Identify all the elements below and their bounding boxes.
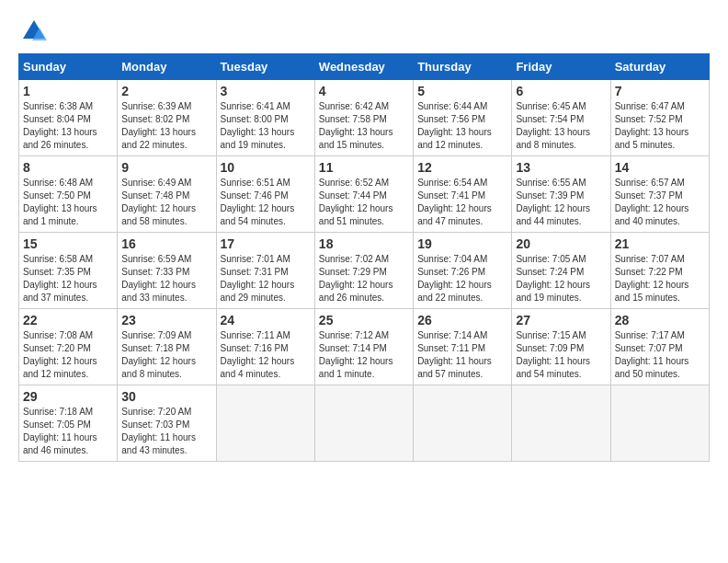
day-cell-22: 22Sunrise: 7:08 AMSunset: 7:20 PMDayligh… bbox=[19, 309, 118, 385]
day-cell-7: 7Sunrise: 6:47 AMSunset: 7:52 PMDaylight… bbox=[610, 80, 709, 156]
day-cell-29: 29Sunrise: 7:18 AMSunset: 7:05 PMDayligh… bbox=[19, 385, 118, 462]
day-number: 9 bbox=[121, 160, 211, 175]
day-number: 3 bbox=[221, 84, 311, 98]
day-number: 26 bbox=[417, 313, 507, 327]
day-info: Sunrise: 7:12 AMSunset: 7:14 PMDaylight:… bbox=[319, 329, 409, 381]
page-container: SundayMondayTuesdayWednesdayThursdayFrid… bbox=[0, 0, 728, 471]
header bbox=[18, 18, 710, 44]
day-number: 11 bbox=[319, 160, 409, 175]
day-number: 14 bbox=[615, 160, 705, 175]
day-number: 13 bbox=[516, 160, 606, 175]
week-row-4: 22Sunrise: 7:08 AMSunset: 7:20 PMDayligh… bbox=[19, 309, 710, 385]
day-number: 17 bbox=[221, 236, 311, 251]
day-info: Sunrise: 6:54 AMSunset: 7:41 PMDaylight:… bbox=[417, 177, 507, 228]
day-cell-21: 21Sunrise: 7:07 AMSunset: 7:22 PMDayligh… bbox=[610, 233, 709, 309]
day-info: Sunrise: 7:07 AMSunset: 7:22 PMDaylight:… bbox=[615, 253, 705, 304]
calendar-table: SundayMondayTuesdayWednesdayThursdayFrid… bbox=[18, 53, 710, 462]
day-cell-23: 23Sunrise: 7:09 AMSunset: 7:18 PMDayligh… bbox=[118, 309, 216, 385]
day-cell-24: 24Sunrise: 7:11 AMSunset: 7:16 PMDayligh… bbox=[216, 309, 314, 385]
week-row-2: 8Sunrise: 6:48 AMSunset: 7:50 PMDaylight… bbox=[19, 156, 710, 233]
day-info: Sunrise: 6:57 AMSunset: 7:37 PMDaylight:… bbox=[615, 177, 705, 228]
day-info: Sunrise: 7:11 AMSunset: 7:16 PMDaylight:… bbox=[221, 329, 311, 381]
day-number: 24 bbox=[221, 313, 311, 327]
day-number: 28 bbox=[615, 313, 705, 327]
day-cell-18: 18Sunrise: 7:02 AMSunset: 7:29 PMDayligh… bbox=[314, 233, 413, 309]
day-number: 16 bbox=[121, 236, 211, 251]
day-cell-27: 27Sunrise: 7:15 AMSunset: 7:09 PMDayligh… bbox=[512, 309, 610, 385]
day-cell-1: 1Sunrise: 6:38 AMSunset: 8:04 PMDaylight… bbox=[19, 80, 118, 156]
day-info: Sunrise: 7:14 AMSunset: 7:11 PMDaylight:… bbox=[417, 329, 507, 381]
day-cell-19: 19Sunrise: 7:04 AMSunset: 7:26 PMDayligh… bbox=[414, 233, 512, 309]
day-number: 5 bbox=[417, 84, 507, 98]
day-number: 8 bbox=[23, 160, 113, 175]
day-cell-14: 14Sunrise: 6:57 AMSunset: 7:37 PMDayligh… bbox=[610, 156, 709, 233]
day-info: Sunrise: 7:09 AMSunset: 7:18 PMDaylight:… bbox=[121, 329, 211, 381]
col-header-thursday: Thursday bbox=[414, 54, 512, 80]
day-number: 7 bbox=[615, 84, 705, 98]
day-info: Sunrise: 6:39 AMSunset: 8:02 PMDaylight:… bbox=[121, 100, 211, 152]
day-info: Sunrise: 7:02 AMSunset: 7:29 PMDaylight:… bbox=[319, 253, 409, 304]
col-header-saturday: Saturday bbox=[610, 54, 709, 80]
day-cell-empty bbox=[414, 385, 512, 462]
day-info: Sunrise: 7:04 AMSunset: 7:26 PMDaylight:… bbox=[417, 253, 507, 304]
week-row-5: 29Sunrise: 7:18 AMSunset: 7:05 PMDayligh… bbox=[19, 385, 710, 462]
day-cell-16: 16Sunrise: 6:59 AMSunset: 7:33 PMDayligh… bbox=[118, 233, 216, 309]
day-info: Sunrise: 6:47 AMSunset: 7:52 PMDaylight:… bbox=[615, 100, 705, 152]
day-number: 27 bbox=[516, 313, 606, 327]
col-header-wednesday: Wednesday bbox=[314, 54, 413, 80]
day-number: 12 bbox=[417, 160, 507, 175]
day-cell-25: 25Sunrise: 7:12 AMSunset: 7:14 PMDayligh… bbox=[314, 309, 413, 385]
day-info: Sunrise: 6:51 AMSunset: 7:46 PMDaylight:… bbox=[221, 177, 311, 228]
day-info: Sunrise: 6:55 AMSunset: 7:39 PMDaylight:… bbox=[516, 177, 606, 228]
day-cell-empty bbox=[512, 385, 610, 462]
day-cell-28: 28Sunrise: 7:17 AMSunset: 7:07 PMDayligh… bbox=[610, 309, 709, 385]
col-header-tuesday: Tuesday bbox=[216, 54, 314, 80]
day-info: Sunrise: 6:49 AMSunset: 7:48 PMDaylight:… bbox=[121, 177, 211, 228]
col-header-sunday: Sunday bbox=[19, 54, 118, 80]
day-cell-20: 20Sunrise: 7:05 AMSunset: 7:24 PMDayligh… bbox=[512, 233, 610, 309]
day-cell-4: 4Sunrise: 6:42 AMSunset: 7:58 PMDaylight… bbox=[314, 80, 413, 156]
day-number: 2 bbox=[121, 84, 211, 98]
day-cell-8: 8Sunrise: 6:48 AMSunset: 7:50 PMDaylight… bbox=[19, 156, 118, 233]
day-info: Sunrise: 7:15 AMSunset: 7:09 PMDaylight:… bbox=[516, 329, 606, 381]
day-cell-3: 3Sunrise: 6:41 AMSunset: 8:00 PMDaylight… bbox=[216, 80, 314, 156]
day-info: Sunrise: 6:48 AMSunset: 7:50 PMDaylight:… bbox=[23, 177, 113, 228]
day-number: 19 bbox=[417, 236, 507, 251]
logo-icon bbox=[21, 18, 47, 44]
day-number: 23 bbox=[121, 313, 211, 327]
day-info: Sunrise: 6:42 AMSunset: 7:58 PMDaylight:… bbox=[319, 100, 409, 152]
day-cell-empty bbox=[216, 385, 314, 462]
day-cell-15: 15Sunrise: 6:58 AMSunset: 7:35 PMDayligh… bbox=[19, 233, 118, 309]
week-row-1: 1Sunrise: 6:38 AMSunset: 8:04 PMDaylight… bbox=[19, 80, 710, 156]
day-info: Sunrise: 6:52 AMSunset: 7:44 PMDaylight:… bbox=[319, 177, 409, 228]
day-cell-11: 11Sunrise: 6:52 AMSunset: 7:44 PMDayligh… bbox=[314, 156, 413, 233]
day-info: Sunrise: 7:20 AMSunset: 7:03 PMDaylight:… bbox=[121, 406, 211, 457]
day-info: Sunrise: 7:08 AMSunset: 7:20 PMDaylight:… bbox=[23, 329, 113, 381]
day-cell-30: 30Sunrise: 7:20 AMSunset: 7:03 PMDayligh… bbox=[118, 385, 216, 462]
day-cell-12: 12Sunrise: 6:54 AMSunset: 7:41 PMDayligh… bbox=[414, 156, 512, 233]
day-cell-6: 6Sunrise: 6:45 AMSunset: 7:54 PMDaylight… bbox=[512, 80, 610, 156]
week-row-3: 15Sunrise: 6:58 AMSunset: 7:35 PMDayligh… bbox=[19, 233, 710, 309]
day-cell-17: 17Sunrise: 7:01 AMSunset: 7:31 PMDayligh… bbox=[216, 233, 314, 309]
day-info: Sunrise: 7:18 AMSunset: 7:05 PMDaylight:… bbox=[23, 406, 113, 457]
day-number: 4 bbox=[319, 84, 409, 98]
day-number: 15 bbox=[23, 236, 113, 251]
day-number: 30 bbox=[121, 389, 211, 404]
day-number: 10 bbox=[221, 160, 311, 175]
day-cell-empty bbox=[314, 385, 413, 462]
day-info: Sunrise: 6:59 AMSunset: 7:33 PMDaylight:… bbox=[121, 253, 211, 304]
day-cell-5: 5Sunrise: 6:44 AMSunset: 7:56 PMDaylight… bbox=[414, 80, 512, 156]
col-header-monday: Monday bbox=[118, 54, 216, 80]
day-info: Sunrise: 6:41 AMSunset: 8:00 PMDaylight:… bbox=[221, 100, 311, 152]
day-cell-26: 26Sunrise: 7:14 AMSunset: 7:11 PMDayligh… bbox=[414, 309, 512, 385]
logo bbox=[18, 18, 47, 44]
day-info: Sunrise: 6:58 AMSunset: 7:35 PMDaylight:… bbox=[23, 253, 113, 304]
day-number: 18 bbox=[319, 236, 409, 251]
day-info: Sunrise: 7:01 AMSunset: 7:31 PMDaylight:… bbox=[221, 253, 311, 304]
day-cell-13: 13Sunrise: 6:55 AMSunset: 7:39 PMDayligh… bbox=[512, 156, 610, 233]
day-info: Sunrise: 6:38 AMSunset: 8:04 PMDaylight:… bbox=[23, 100, 113, 152]
day-cell-2: 2Sunrise: 6:39 AMSunset: 8:02 PMDaylight… bbox=[118, 80, 216, 156]
day-cell-empty bbox=[610, 385, 709, 462]
day-cell-10: 10Sunrise: 6:51 AMSunset: 7:46 PMDayligh… bbox=[216, 156, 314, 233]
day-number: 25 bbox=[319, 313, 409, 327]
